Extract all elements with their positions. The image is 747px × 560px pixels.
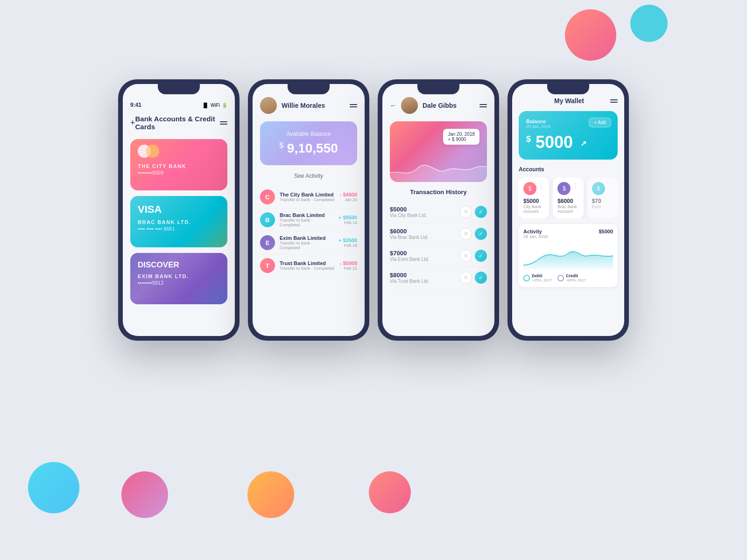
trans-row-amount-1: $5000 bbox=[390, 206, 460, 213]
phone-3-screen: ← Dale Gibbs Jan 20, 2018 bbox=[382, 84, 494, 336]
menu-line bbox=[610, 102, 618, 103]
phone-2-notch bbox=[288, 84, 330, 94]
avatar-3 bbox=[401, 97, 418, 114]
trans-sub-2: Transfer to bank - Completed bbox=[280, 218, 334, 227]
phone-3-notch bbox=[417, 84, 459, 94]
legend-row: Debit +25%, 2017 Credit +85%, 2017 bbox=[523, 273, 613, 282]
account-icon-3: $ bbox=[592, 182, 605, 195]
transaction-item-1[interactable]: C The City Bank Limited Transfer to bank… bbox=[260, 186, 357, 209]
phone-4-content: My Wallet Balance 20 Jan, 2018 $ 5000 ↗ bbox=[512, 84, 624, 294]
reject-button-1[interactable]: ✕ bbox=[460, 206, 472, 218]
trans-row-4: $8000 Via Trust Bank Ltd. ✕ ✓ bbox=[390, 267, 487, 289]
back-arrow[interactable]: ← bbox=[390, 102, 396, 109]
trans-row-amount-2: $6000 bbox=[390, 228, 460, 235]
balance-currency: $ bbox=[279, 141, 283, 149]
tooltip-amount: + $ 9000 bbox=[448, 137, 475, 142]
reject-button-4[interactable]: ✕ bbox=[460, 272, 472, 284]
status-time: 9:41 bbox=[130, 102, 141, 108]
menu-icon-3[interactable] bbox=[479, 104, 487, 107]
see-activity[interactable]: See Activity bbox=[260, 173, 357, 179]
account-card-3[interactable]: $ $70 Exim bbox=[587, 177, 618, 218]
add-icon[interactable]: + bbox=[130, 118, 135, 128]
exim-bank-name: EXIM BANK LTD. bbox=[138, 273, 220, 279]
city-bank-card[interactable]: THE CITY BANK ••••••••9009 bbox=[130, 139, 227, 190]
deco-circle-top-right-2 bbox=[630, 5, 668, 42]
account-amount-1: $5000 bbox=[523, 198, 544, 204]
approve-button-4[interactable]: ✓ bbox=[475, 272, 487, 284]
menu-icon[interactable] bbox=[350, 104, 357, 107]
menu-line bbox=[220, 121, 227, 122]
reject-button-2[interactable]: ✕ bbox=[460, 228, 472, 240]
trans-date-2: Feb 14 bbox=[338, 220, 357, 225]
trans-right-1: - $4000 Jan 20 bbox=[340, 192, 357, 202]
trans-details-2: Brac Bank Limited Transfer to bank - Com… bbox=[280, 212, 334, 227]
phone-3-content: ← Dale Gibbs Jan 20, 2018 bbox=[382, 84, 494, 296]
wb-arrow: ↗ bbox=[580, 140, 586, 147]
menu-icon-4[interactable] bbox=[610, 99, 618, 103]
account-amount-2: $6000 bbox=[557, 198, 578, 204]
approve-button-1[interactable]: ✓ bbox=[475, 206, 487, 218]
wb-amount: $ 5000 ↗ bbox=[526, 133, 610, 152]
trans-amount-2: + $9500 bbox=[338, 215, 357, 220]
trans-sub-4: Transfer to bank - Completed bbox=[280, 266, 335, 271]
legend-credit-sub: +85%, 2017 bbox=[566, 278, 586, 282]
brac-bank-name: BRAC BANK LTD. bbox=[138, 219, 220, 225]
phone-1-status-bar: 9:41 ▐▌ WiFi 🔋 bbox=[130, 98, 227, 108]
deco-circle-bottom-mid2 bbox=[247, 471, 294, 518]
legend-debit-sub: +25%, 2017 bbox=[532, 278, 552, 282]
trans-row-amount-4: $8000 bbox=[390, 272, 460, 279]
account-card-1[interactable]: $ ⋮ $5000 City Bank Account bbox=[519, 177, 549, 218]
trans-icon-t: T bbox=[260, 258, 275, 273]
balance-value: 9,10,550 bbox=[287, 141, 338, 155]
phone-4: My Wallet Balance 20 Jan, 2018 $ 5000 ↗ bbox=[507, 79, 629, 341]
add-button[interactable]: + Add bbox=[589, 118, 611, 127]
wb-value: 5000 bbox=[536, 133, 573, 152]
phone-4-notch bbox=[547, 84, 589, 94]
accounts-section: Accounts $ ⋮ $5000 City Bank Account bbox=[519, 166, 618, 218]
account-dots-1[interactable]: ⋮ bbox=[538, 182, 544, 189]
activity-title-group: Activity 29 Jan, 2018 bbox=[523, 229, 548, 239]
accounts-row: $ ⋮ $5000 City Bank Account $ ⋮ $6000 bbox=[519, 177, 618, 218]
activity-amount: $5000 bbox=[599, 229, 613, 239]
legend-credit-dot bbox=[557, 275, 564, 281]
trans-row-1: $5000 Via City Bank Ltd. ✕ ✓ bbox=[390, 201, 487, 223]
approve-button-2[interactable]: ✓ bbox=[475, 228, 487, 240]
trans-details-3: Exim Bank Limited Transfer to bank - Com… bbox=[280, 235, 334, 250]
approve-button-3[interactable]: ✓ bbox=[475, 250, 487, 262]
menu-line bbox=[350, 106, 357, 107]
wifi-icon: WiFi bbox=[211, 103, 220, 108]
trans-sub-3: Transfer to bank - Completed bbox=[280, 241, 334, 250]
trans-details-1: The City Bank Limited Transfer to bank -… bbox=[280, 192, 335, 202]
trans-row-info-4: $8000 Via Trust Bank Ltd. bbox=[390, 272, 460, 284]
reject-button-3[interactable]: ✕ bbox=[460, 250, 472, 262]
trans-row-actions-1: ✕ ✓ bbox=[460, 206, 487, 218]
visa-card[interactable]: VISA BRAC BANK LTD. •••• •••• •••• 6661 bbox=[130, 196, 227, 247]
phone-1-notch bbox=[158, 84, 200, 94]
balance-amount: $ 9,10,550 bbox=[269, 141, 348, 156]
phone-2-content: Willie Morales Available Balance $ 9,10,… bbox=[253, 84, 365, 285]
phone-1-screen: 9:41 ▐▌ WiFi 🔋 + Bank Accounts & Credit … bbox=[123, 84, 235, 336]
phone-2: Willie Morales Available Balance $ 9,10,… bbox=[248, 79, 369, 341]
trans-row-via-2: Via Brac Bank Ltd. bbox=[390, 235, 460, 240]
menu-line bbox=[479, 106, 487, 107]
deco-circle-bottom-mid1 bbox=[121, 471, 168, 518]
account-card-2[interactable]: $ ⋮ $6000 Brac Bank Account bbox=[553, 177, 583, 218]
menu-icon[interactable] bbox=[220, 121, 227, 125]
balance-card: Available Balance $ 9,10,550 bbox=[260, 121, 357, 165]
mc-orange-circle bbox=[146, 145, 159, 158]
user-info: Willie Morales bbox=[260, 97, 325, 114]
transaction-item-2[interactable]: B Brac Bank Limited Transfer to bank - C… bbox=[260, 209, 357, 231]
account-dots-2[interactable]: ⋮ bbox=[572, 182, 579, 189]
trans-name-1: The City Bank Limited bbox=[280, 192, 335, 197]
legend-debit-dot bbox=[523, 275, 530, 281]
transaction-item-4[interactable]: T Trust Bank Limited Transfer to bank - … bbox=[260, 254, 357, 277]
legend-debit-label: Debit bbox=[532, 273, 552, 278]
menu-line bbox=[610, 99, 618, 100]
legend-debit-info: Debit +25%, 2017 bbox=[532, 273, 552, 282]
user-name-3: Dale Gibbs bbox=[423, 102, 457, 109]
discover-logo: DISCOVER bbox=[138, 260, 220, 270]
brac-card-number: •••• •••• •••• 6661 bbox=[138, 226, 220, 231]
transaction-item-3[interactable]: E Exim Bank Limited Transfer to bank - C… bbox=[260, 231, 357, 254]
discover-card[interactable]: DISCOVER EXIM BANK LTD. ••••••••9912 bbox=[130, 253, 227, 304]
phone-4-screen: My Wallet Balance 20 Jan, 2018 $ 5000 ↗ bbox=[512, 84, 624, 336]
